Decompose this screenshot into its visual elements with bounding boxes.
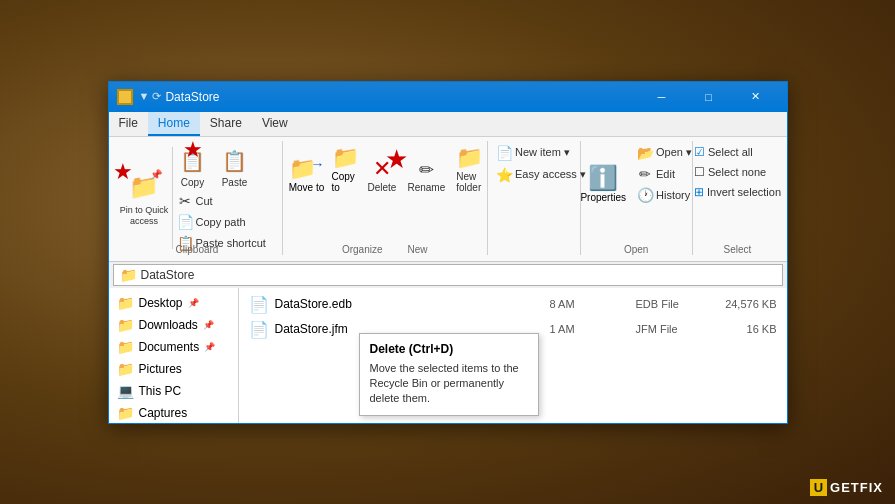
invert-selection-button[interactable]: ⊞ Invert selection <box>690 183 785 201</box>
history-button[interactable]: 🕐 History <box>633 185 696 205</box>
sidebar-label-pictures: Pictures <box>139 362 182 376</box>
sidebar-item-downloads[interactable]: 📁 Downloads 📌 <box>109 314 238 336</box>
menu-home[interactable]: Home <box>148 112 200 136</box>
file-date-jfm: 1 AM <box>550 323 630 335</box>
file-item-edb[interactable]: 📄 DataStore.edb 8 AM EDB File 24,576 KB <box>243 292 783 317</box>
easy-access-button[interactable]: ⭐ Easy access ▾ <box>492 165 576 185</box>
maximize-button[interactable]: □ <box>686 82 732 112</box>
folder-icon-pictures: 📁 <box>117 361 134 377</box>
file-name-edb: DataStore.edb <box>275 297 544 311</box>
new-group: 📄 New item ▾ ⭐ Easy access ▾ <box>488 141 581 255</box>
rename-button[interactable]: ✏ Rename <box>403 154 449 195</box>
open-group: ℹ️ Properties 📂 Open ▾ ✏ Edit <box>581 141 693 255</box>
select-all-button[interactable]: ☑ Select all <box>690 143 785 161</box>
folder-icon-downloads: 📁 <box>117 317 134 333</box>
delete-tooltip: Delete (Ctrl+D) Move the selected items … <box>359 333 539 416</box>
address-text: DataStore <box>141 268 195 282</box>
address-bar[interactable]: 📁 DataStore <box>113 264 783 286</box>
sidebar-item-documents[interactable]: 📁 Documents 📌 <box>109 336 238 358</box>
close-button[interactable]: ✕ <box>733 82 779 112</box>
folder-icon: 📁 <box>117 295 134 311</box>
open-label: Open <box>581 244 692 255</box>
file-icon-jfm: 📄 <box>249 320 269 339</box>
sidebar-label-downloads: Downloads <box>139 318 198 332</box>
organize-label: Organize New <box>283 244 488 255</box>
pin-icon-desktop: 📌 <box>188 298 199 308</box>
delete-button[interactable]: ★ ✕ Delete <box>364 154 401 195</box>
sidebar-item-thispc[interactable]: 💻 This PC <box>109 380 238 402</box>
menu-bar: File Home Share View <box>109 112 787 137</box>
pin-icon-downloads: 📌 <box>203 320 214 330</box>
computer-icon: 💻 <box>117 383 134 399</box>
minimize-button[interactable]: ─ <box>639 82 685 112</box>
sidebar-item-captures[interactable]: 📁 Captures <box>109 402 238 423</box>
open-button[interactable]: 📂 Open ▾ <box>633 143 696 163</box>
file-type-edb: EDB File <box>636 298 706 310</box>
pin-icon-documents: 📌 <box>204 342 215 352</box>
folder-icon-documents: 📁 <box>117 339 134 355</box>
window-title: DataStore <box>165 90 219 104</box>
pin-label: Pin to Quickaccess <box>120 205 169 227</box>
window-icon <box>117 89 133 105</box>
paste-button[interactable]: 📋 Paste <box>215 143 255 190</box>
sidebar-item-pictures[interactable]: 📁 Pictures <box>109 358 238 380</box>
copy-path-button[interactable]: 📄 Copy path <box>173 212 270 232</box>
title-controls: ─ □ ✕ <box>639 82 779 112</box>
menu-view[interactable]: View <box>252 112 298 136</box>
watermark-text: GETFIX <box>830 480 883 495</box>
menu-file[interactable]: File <box>109 112 148 136</box>
copy-to-button[interactable]: 📁 Copy to <box>330 143 361 195</box>
new-item-button[interactable]: 📄 New item ▾ <box>492 143 576 163</box>
cut-button[interactable]: ✂ Cut <box>173 191 270 211</box>
explorer-window: ▼ ⟳ DataStore ─ □ ✕ File Home Share View… <box>108 81 788 424</box>
clipboard-group: ★ 📁 📌 Pin to Quickaccess ★ <box>113 141 283 255</box>
sidebar-label-documents: Documents <box>139 340 200 354</box>
sidebar-label-desktop: Desktop <box>139 296 183 310</box>
select-none-button[interactable]: ☐ Select none <box>690 163 785 181</box>
file-size-edb: 24,576 KB <box>712 298 777 310</box>
folder-icon-captures: 📁 <box>117 405 134 421</box>
select-label: Select <box>693 244 783 255</box>
sidebar-item-desktop[interactable]: 📁 Desktop 📌 <box>109 292 238 314</box>
organize-group: 📁→ Move to 📁 Copy to ★ <box>283 141 489 255</box>
edit-button[interactable]: ✏ Edit <box>633 164 696 184</box>
new-folder-button[interactable]: 📁 New folder <box>452 143 487 195</box>
properties-button[interactable]: ℹ️ Properties <box>576 162 630 205</box>
pin-to-quick-access-button[interactable]: ★ 📁 📌 Pin to Quickaccess <box>117 167 172 229</box>
move-to-button[interactable]: 📁→ Move to <box>287 154 327 195</box>
sidebar-label-thispc: This PC <box>139 384 182 398</box>
tooltip-description: Move the selected items to the Recycle B… <box>370 361 528 407</box>
ribbon: ★ 📁 📌 Pin to Quickaccess ★ <box>109 137 787 262</box>
sidebar-label-captures: Captures <box>139 406 188 420</box>
content-area: 📁 Desktop 📌 📁 Downloads 📌 📁 Documents 📌 … <box>109 288 787 423</box>
select-group: ☑ Select all ☐ Select none ⊞ Invert sele… <box>693 141 783 255</box>
watermark: U GETFIX <box>810 479 883 496</box>
sidebar: 📁 Desktop 📌 📁 Downloads 📌 📁 Documents 📌 … <box>109 288 239 423</box>
watermark-prefix: U <box>810 479 827 496</box>
tooltip-title: Delete (Ctrl+D) <box>370 342 528 356</box>
menu-share[interactable]: Share <box>200 112 252 136</box>
file-list: 📄 DataStore.edb 8 AM EDB File 24,576 KB … <box>239 288 787 423</box>
file-date-edb: 8 AM <box>550 298 630 310</box>
title-bar: ▼ ⟳ DataStore ─ □ ✕ <box>109 82 787 112</box>
file-size-jfm: 16 KB <box>712 323 777 335</box>
file-icon-edb: 📄 <box>249 295 269 314</box>
file-type-jfm: JFM File <box>636 323 706 335</box>
